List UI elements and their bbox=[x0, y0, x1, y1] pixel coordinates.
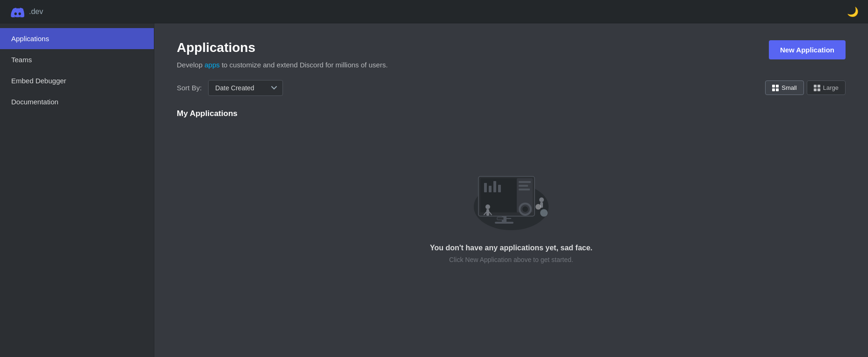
svg-point-23 bbox=[540, 209, 548, 217]
topbar: .dev 🌙 bbox=[0, 0, 868, 23]
small-grid-icon bbox=[772, 85, 779, 91]
sort-label: Sort By: bbox=[177, 84, 202, 92]
subtitle-prefix: Develop bbox=[177, 61, 204, 69]
svg-rect-4 bbox=[495, 222, 514, 224]
large-grid-icon bbox=[814, 85, 820, 91]
svg-rect-10 bbox=[519, 181, 531, 183]
sort-select[interactable]: Date Created Name Last Modified bbox=[208, 80, 283, 96]
svg-rect-14 bbox=[486, 209, 489, 216]
view-small-label: Small bbox=[781, 84, 797, 91]
empty-illustration-icon bbox=[450, 158, 572, 233]
sort-left: Sort By: Date Created Name Last Modified bbox=[177, 80, 283, 96]
view-large-button[interactable]: Large bbox=[807, 80, 846, 95]
svg-rect-11 bbox=[519, 185, 528, 187]
svg-rect-25 bbox=[497, 217, 504, 220]
topbar-right: 🌙 bbox=[847, 6, 859, 17]
svg-rect-7 bbox=[493, 181, 496, 192]
main-layout: Applications Teams Embed Debugger Docume… bbox=[0, 23, 868, 357]
view-toggle: Small Large bbox=[765, 80, 846, 95]
section-title: My Applications bbox=[177, 109, 846, 118]
empty-state-title: You don't have any applications yet, sad… bbox=[430, 244, 593, 252]
sidebar-item-applications[interactable]: Applications bbox=[0, 28, 154, 49]
subtitle-suffix: to customize and extend Discord for mill… bbox=[220, 61, 388, 69]
header-text: Applications Develop apps to customize a… bbox=[177, 40, 388, 71]
svg-point-17 bbox=[539, 197, 544, 202]
empty-state: You don't have any applications yet, sad… bbox=[177, 130, 846, 282]
logo: .dev bbox=[9, 6, 43, 17]
svg-rect-5 bbox=[484, 183, 487, 192]
svg-rect-6 bbox=[489, 186, 492, 192]
content-area: Applications Develop apps to customize a… bbox=[154, 23, 868, 357]
new-application-button[interactable]: New Application bbox=[769, 40, 846, 59]
sidebar-item-documentation[interactable]: Documentation bbox=[0, 91, 154, 112]
theme-toggle-icon[interactable]: 🌙 bbox=[847, 6, 859, 17]
empty-state-subtitle: Click New Application above to get start… bbox=[449, 256, 573, 263]
svg-point-13 bbox=[485, 204, 490, 209]
page-title: Applications bbox=[177, 40, 388, 55]
svg-point-21 bbox=[522, 206, 528, 212]
svg-rect-12 bbox=[519, 189, 530, 190]
svg-rect-8 bbox=[498, 185, 501, 192]
sidebar-item-embed-debugger[interactable]: Embed Debugger bbox=[0, 70, 154, 91]
sidebar: Applications Teams Embed Debugger Docume… bbox=[0, 23, 154, 357]
sidebar-item-teams[interactable]: Teams bbox=[0, 49, 154, 70]
apps-link[interactable]: apps bbox=[204, 61, 220, 69]
logo-text: .dev bbox=[29, 7, 43, 16]
svg-point-22 bbox=[535, 204, 541, 210]
sort-row: Sort By: Date Created Name Last Modified… bbox=[177, 80, 846, 96]
content-header: Applications Develop apps to customize a… bbox=[177, 40, 846, 71]
view-large-label: Large bbox=[823, 84, 839, 91]
page-subtitle: Develop apps to customize and extend Dis… bbox=[177, 60, 388, 71]
discord-logo-icon bbox=[9, 6, 26, 17]
view-small-button[interactable]: Small bbox=[765, 80, 804, 95]
